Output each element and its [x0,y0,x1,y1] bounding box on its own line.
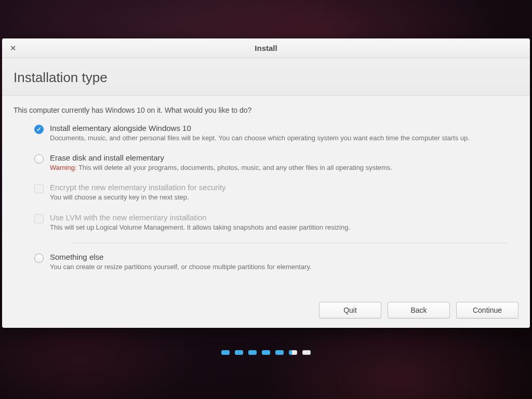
divider [71,243,507,243]
option-desc-text: This will delete all your programs, docu… [77,164,392,171]
progress-dot [302,350,311,355]
radio-icon[interactable] [34,254,44,263]
continue-button[interactable]: Continue [456,302,518,318]
installer-window: ✕ Install Installation type This compute… [2,38,530,328]
progress-dot [248,350,257,355]
option-encrypt: Encrypt the new elementary installation … [34,183,518,202]
button-row: Quit Back Continue [319,302,518,318]
page-header: Installation type [2,58,530,96]
option-desc: You will choose a security key in the ne… [50,193,518,202]
option-desc: Warning: This will delete all your progr… [50,163,518,172]
progress-dots [221,350,311,355]
intro-text: This computer currently has Windows 10 o… [14,106,518,114]
option-desc: This will set up Logical Volume Manageme… [50,223,518,232]
radio-icon[interactable] [34,154,44,164]
checkbox-icon [34,214,44,223]
option-install-alongside[interactable]: Install elementary alongside Windows 10 … [34,124,518,143]
progress-dot [275,350,284,355]
progress-dot [221,350,230,355]
option-title: Install elementary alongside Windows 10 [50,124,518,132]
option-something-else[interactable]: Something else You can create or resize … [34,252,518,272]
radio-icon[interactable] [34,125,44,134]
progress-dot [289,350,297,355]
options-group: Install elementary alongside Windows 10 … [14,124,518,272]
option-desc: You can create or resize partitions your… [50,262,518,272]
back-button[interactable]: Back [388,302,450,318]
option-erase-disk[interactable]: Erase disk and install elementary Warnin… [34,153,518,172]
checkbox-icon [34,184,44,193]
option-title: Use LVM with the new elementary installa… [50,213,518,222]
warning-label: Warning: [50,164,77,171]
option-lvm: Use LVM with the new elementary installa… [34,213,518,232]
progress-dot [262,350,270,355]
page-heading: Installation type [14,70,518,86]
option-title: Something else [50,252,518,261]
window-title: Install [2,44,530,52]
title-bar: ✕ Install [2,38,530,58]
option-title: Encrypt the new elementary installation … [50,183,518,192]
page-content: This computer currently has Windows 10 o… [2,96,530,328]
option-title: Erase disk and install elementary [50,153,518,162]
quit-button[interactable]: Quit [319,302,381,318]
close-icon[interactable]: ✕ [7,43,19,54]
option-desc: Documents, music, and other personal fil… [50,134,518,143]
progress-dot [235,350,243,355]
